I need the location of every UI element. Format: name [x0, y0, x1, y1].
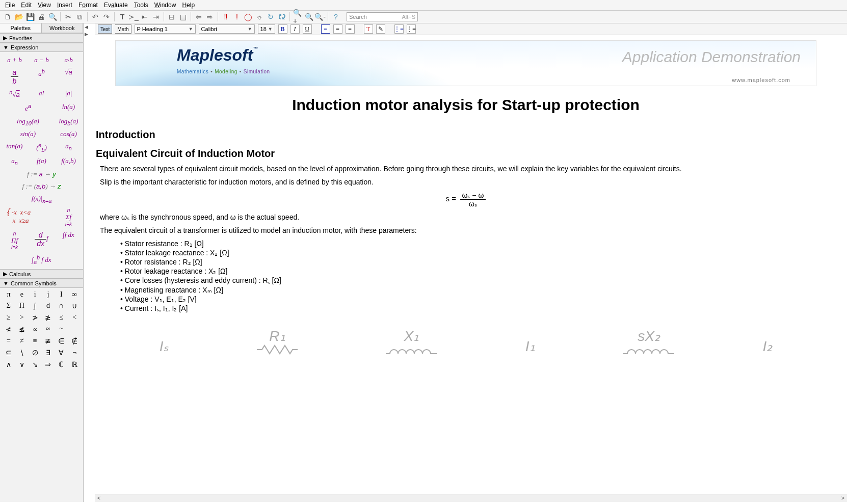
cut-icon[interactable]: ✂ — [64, 12, 73, 21]
outdent-icon[interactable]: ▤ — [178, 12, 188, 21]
sym-item[interactable]: = — [2, 335, 15, 347]
clear-icon[interactable]: 🗘 — [277, 12, 286, 21]
new-icon[interactable]: 🗋 — [3, 12, 12, 21]
collapse-handle[interactable]: ◀▶ — [84, 23, 95, 502]
help-icon[interactable]: ? — [331, 12, 340, 21]
open-icon[interactable]: 📂 — [14, 12, 23, 21]
expr-item[interactable]: a! — [28, 87, 55, 101]
font-family-select[interactable]: Calibri▼ — [199, 24, 255, 34]
redo-icon[interactable]: ↷ — [102, 12, 111, 21]
section-symbols[interactable]: ▼Common Symbols — [0, 279, 83, 288]
sym-item[interactable]: ≯ — [29, 312, 42, 324]
bold-button[interactable]: B — [278, 24, 287, 34]
sym-item[interactable]: π — [2, 289, 15, 300]
expr-item[interactable]: a·b — [55, 54, 82, 66]
indent-icon[interactable]: ⊟ — [167, 12, 176, 21]
sym-item[interactable]: d — [42, 300, 55, 312]
expr-item[interactable]: ∫ab f dx — [1, 252, 82, 267]
sym-item[interactable]: ∉ — [68, 335, 81, 347]
expr-item[interactable]: an — [55, 140, 82, 155]
stop-icon[interactable]: ◯ — [244, 12, 253, 21]
font-size-select[interactable]: 18▼ — [258, 24, 275, 34]
sym-item[interactable]: I — [55, 289, 68, 300]
expr-item[interactable]: { -x x<a{ x x≥a — [1, 205, 55, 229]
sym-item[interactable]: ∃ — [42, 347, 55, 359]
expr-item[interactable]: (ab) — [28, 140, 55, 155]
sym-item[interactable]: Σ — [2, 300, 15, 312]
expr-item[interactable]: f(a,b) — [55, 155, 82, 168]
forward-icon[interactable]: ⇨ — [205, 12, 215, 21]
align-right-button[interactable]: ≡ — [346, 24, 355, 34]
undo-icon[interactable]: ↶ — [91, 12, 100, 21]
sym-item[interactable]: ⇒ — [42, 359, 55, 370]
expr-item[interactable]: ln(a) — [55, 101, 82, 115]
sym-item[interactable]: ∞ — [68, 289, 81, 300]
restart-icon[interactable]: ↻ — [266, 12, 275, 21]
sym-item[interactable]: e — [15, 289, 29, 300]
save-icon[interactable]: 💾 — [25, 12, 35, 21]
expr-item[interactable]: a − b — [28, 54, 55, 66]
expr-item[interactable]: ea — [1, 101, 55, 115]
sym-item[interactable]: i — [29, 289, 42, 300]
sym-item[interactable]: ∩ — [55, 300, 68, 312]
sym-item[interactable]: ∨ — [15, 359, 29, 370]
expr-item[interactable]: sin(a) — [1, 128, 55, 140]
tab-workbook[interactable]: Workbook — [42, 23, 84, 33]
zoom-in-icon[interactable]: 🔍+ — [293, 12, 302, 21]
sym-item[interactable]: ≰ — [15, 324, 29, 335]
number-list-button[interactable]: ⋮≡ — [407, 24, 416, 34]
horizontal-scrollbar[interactable]: < > — [95, 494, 847, 502]
sym-item[interactable]: ℂ — [55, 359, 68, 370]
bullet-list-button[interactable]: ⋮≡ — [394, 24, 404, 34]
search-input[interactable]: Search Alt+S — [347, 12, 418, 21]
sym-item[interactable]: ≮ — [2, 324, 15, 335]
math-mode-button[interactable]: Math — [115, 24, 131, 34]
scroll-left-icon[interactable]: < — [95, 495, 103, 501]
copy-icon[interactable]: ⧉ — [75, 12, 84, 21]
sym-item[interactable]: ∪ — [68, 300, 81, 312]
expr-item[interactable]: ab — [28, 66, 55, 87]
menu-insert[interactable]: Insert — [54, 1, 75, 10]
expr-item[interactable]: ab — [1, 66, 28, 87]
sym-item[interactable]: > — [15, 312, 29, 324]
sym-item[interactable]: ∈ — [55, 335, 68, 347]
sym-item[interactable]: ≱ — [42, 312, 55, 324]
sym-item[interactable]: ~ — [55, 324, 68, 335]
underline-button[interactable]: U — [303, 24, 312, 34]
sym-item[interactable]: ∫ — [29, 300, 42, 312]
section-calculus[interactable]: ▶Calculus — [0, 269, 83, 279]
zoom-reset-icon[interactable]: 🔍- — [315, 12, 325, 21]
sym-item[interactable]: ≡ — [29, 335, 42, 347]
sym-item[interactable] — [68, 324, 81, 335]
font-color-button[interactable]: T — [364, 24, 373, 34]
insert-left-icon[interactable]: ⇤ — [140, 12, 149, 21]
expr-item[interactable]: a + b — [1, 54, 28, 66]
expr-item[interactable]: cos(a) — [55, 128, 82, 140]
expr-item[interactable]: n√a — [1, 87, 28, 101]
sym-item[interactable]: ℝ — [68, 359, 81, 370]
sym-item[interactable]: ≠ — [15, 335, 29, 347]
text-mode-button[interactable]: Text — [98, 24, 112, 34]
expr-item[interactable]: f := a → y — [1, 168, 82, 180]
back-icon[interactable]: ⇦ — [194, 12, 203, 21]
print-icon[interactable]: 🖨 — [37, 12, 46, 21]
sym-item[interactable]: ≈ — [42, 324, 55, 335]
debug-icon[interactable]: ☼ — [255, 12, 264, 21]
highlight-button[interactable]: ✎ — [376, 24, 385, 34]
expr-item[interactable]: f(x)|x=a — [1, 193, 82, 206]
expr-item[interactable]: ∫f dx — [55, 229, 82, 252]
expr-item[interactable]: logb(a) — [55, 115, 82, 128]
sym-item[interactable]: ≥ — [2, 312, 15, 324]
sym-item[interactable]: < — [68, 312, 81, 324]
sym-item[interactable]: ⊆ — [2, 347, 15, 359]
sym-item[interactable]: ∝ — [29, 324, 42, 335]
align-center-button[interactable]: ≡ — [333, 24, 342, 34]
expr-item[interactable]: f(a) — [28, 155, 55, 168]
sym-item[interactable]: ∀ — [55, 347, 68, 359]
tab-palettes[interactable]: Palettes — [0, 23, 42, 33]
execute-icon[interactable]: ‼ — [221, 12, 230, 21]
align-left-button[interactable]: ≡ — [321, 24, 330, 34]
menu-edit[interactable]: Edit — [18, 1, 35, 10]
section-favorites[interactable]: ▶Favorites — [0, 33, 83, 43]
insert-right-icon[interactable]: ⇥ — [151, 12, 161, 21]
